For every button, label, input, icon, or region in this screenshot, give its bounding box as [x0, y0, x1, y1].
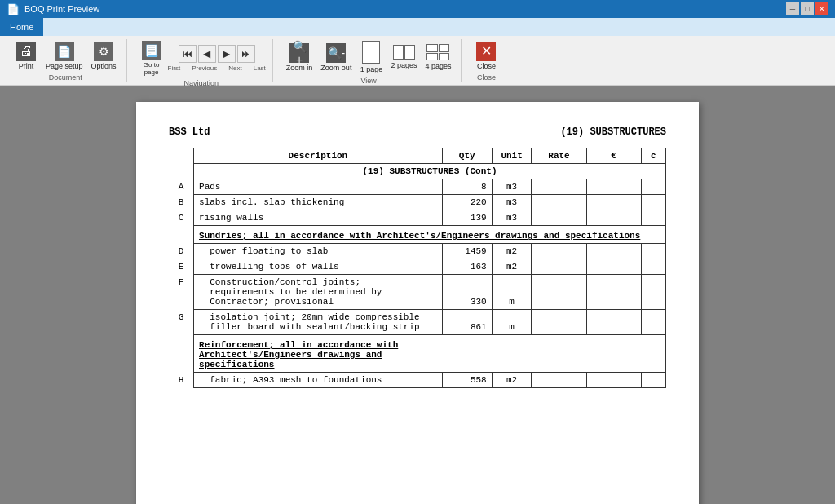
rate-c — [532, 210, 586, 226]
row-ref-f: F — [169, 275, 194, 310]
euro-d — [586, 244, 641, 259]
1page-button[interactable]: 1 page — [356, 39, 386, 75]
4pages-icon — [426, 44, 449, 60]
minimize-button[interactable]: ─ — [786, 2, 799, 15]
c-header: c — [641, 148, 665, 164]
print-icon: 🖨 — [16, 42, 36, 61]
ribbon-group-view: 🔍+ Zoom in 🔍- Zoom out 1 page 2 pag — [276, 39, 462, 82]
close-preview-button[interactable]: ✕ Close — [471, 40, 501, 72]
c-b — [641, 195, 665, 210]
reinforcement-heading: Reinforcement; all in accordance withArc… — [194, 335, 666, 373]
qty-b: 220 — [442, 195, 492, 210]
ribbon: Home 🖨 Print 📄 Page setup ⚙ Options Docu… — [0, 18, 835, 86]
title-bar-controls: ─ □ ✕ — [786, 2, 828, 15]
qty-g: 861 — [442, 310, 492, 335]
rate-b — [532, 195, 586, 210]
table-row: C rising walls 139 m3 — [169, 210, 666, 226]
ribbon-group-document: 🖨 Print 📄 Page setup ⚙ Options Document — [5, 39, 127, 82]
unit-e: m2 — [492, 259, 532, 275]
restore-button[interactable]: □ — [801, 2, 814, 15]
rate-e — [532, 259, 586, 275]
ribbon-group-navigation: 📃 Go to page ⏮ ◀ ▶ ⏭ First Previous Next — [130, 39, 273, 82]
ribbon-tabs: Home — [0, 18, 835, 36]
boq-table: Description Qty Unit Rate € c (19) SUBST… — [169, 148, 666, 388]
qty-h: 558 — [442, 373, 492, 388]
table-row: E trowelling tops of walls 163 m2 — [169, 259, 666, 275]
rate-a — [532, 179, 586, 195]
sundries-heading-row: Sundries; all in accordance with Archite… — [169, 226, 666, 244]
qty-f: 330 — [442, 275, 492, 310]
zoom-in-icon: 🔍+ — [289, 43, 309, 63]
2pages-icon — [393, 45, 415, 60]
unit-header: Unit — [492, 148, 532, 164]
unit-a: m3 — [492, 179, 532, 195]
next-label: Next — [228, 64, 241, 72]
table-row: H fabric; A393 mesh to foundations 558 m… — [169, 373, 666, 388]
ref-header — [169, 148, 194, 164]
c-h — [641, 373, 665, 388]
close-preview-icon: ✕ — [476, 42, 496, 61]
rate-g — [532, 310, 586, 335]
euro-a — [586, 179, 641, 195]
last-button[interactable]: ⏭ — [237, 45, 255, 63]
2pages-button[interactable]: 2 pages — [387, 43, 420, 71]
main-area: BSS Ltd (19) SUBSTRUCTURES Description Q… — [0, 86, 835, 504]
rate-h — [532, 373, 586, 388]
euro-h — [586, 373, 641, 388]
app-icon: 📄 — [7, 3, 20, 15]
close-group-label: Close — [477, 73, 496, 82]
sundries-title: Sundries; all in accordance with Archite… — [199, 231, 640, 241]
c-g — [641, 310, 665, 335]
document-group-label: Document — [49, 73, 82, 82]
table-row: A Pads 8 m3 — [169, 179, 666, 195]
reinforcement-heading-row: Reinforcement; all in accordance withArc… — [169, 335, 666, 373]
options-icon: ⚙ — [94, 42, 113, 61]
unit-g: m — [492, 310, 532, 335]
close-window-button[interactable]: ✕ — [815, 2, 828, 15]
nav-arrow-buttons: ⏮ ◀ ▶ ⏭ First Previous Next Last — [168, 45, 266, 72]
page-setup-button[interactable]: 📄 Page setup — [42, 40, 86, 72]
view-group-label: View — [360, 77, 376, 85]
qty-a: 8 — [442, 179, 492, 195]
ribbon-content: 🖨 Print 📄 Page setup ⚙ Options Document … — [0, 36, 835, 85]
row-ref-g: G — [169, 310, 194, 335]
qty-header: Qty — [442, 148, 492, 164]
rate-header: Rate — [532, 148, 586, 164]
zoom-out-button[interactable]: 🔍- Zoom out — [317, 42, 355, 73]
document-header: BSS Ltd (19) SUBSTRUCTURES — [169, 126, 666, 138]
desc-b: slabs incl. slab thickening — [194, 195, 443, 210]
unit-d: m2 — [492, 244, 532, 259]
rate-f — [532, 275, 586, 310]
go-to-page-button[interactable]: 📃 Go to page — [137, 39, 166, 77]
ribbon-group-close: ✕ Close Close — [465, 39, 507, 82]
close-group-items: ✕ Close — [471, 39, 501, 72]
zoom-in-button[interactable]: 🔍+ Zoom in — [283, 42, 316, 73]
view-group-items: 🔍+ Zoom in 🔍- Zoom out 1 page 2 pag — [283, 39, 455, 75]
first-button[interactable]: ⏮ — [179, 45, 197, 63]
table-header-row: Description Qty Unit Rate € c — [169, 148, 666, 164]
unit-b: m3 — [492, 195, 532, 210]
tab-home[interactable]: Home — [0, 18, 43, 36]
euro-e — [586, 259, 641, 275]
desc-f: Construction/control joints; requirement… — [194, 275, 443, 310]
unit-c: m3 — [492, 210, 532, 226]
document-group-items: 🖨 Print 📄 Page setup ⚙ Options — [11, 39, 120, 72]
next-button[interactable]: ▶ — [218, 45, 236, 63]
qty-e: 163 — [442, 259, 492, 275]
qty-c: 139 — [442, 210, 492, 226]
desc-a: Pads — [194, 179, 443, 195]
rate-d — [532, 244, 586, 259]
prev-button[interactable]: ◀ — [198, 45, 216, 63]
print-button[interactable]: 🖨 Print — [11, 40, 41, 72]
table-row: G isolation joint; 20mm wide compressibl… — [169, 310, 666, 335]
desc-d: power floating to slab — [194, 244, 443, 259]
zoom-out-icon: 🔍- — [326, 43, 346, 63]
page-setup-icon: 📄 — [55, 42, 74, 61]
options-button[interactable]: ⚙ Options — [88, 40, 120, 72]
4pages-button[interactable]: 4 pages — [422, 42, 454, 72]
description-header: Description — [194, 148, 443, 164]
euro-f — [586, 275, 641, 310]
row-ref-e: E — [169, 259, 194, 275]
desc-h: fabric; A393 mesh to foundations — [194, 373, 443, 388]
desc-g: isolation joint; 20mm wide compressible … — [194, 310, 443, 335]
